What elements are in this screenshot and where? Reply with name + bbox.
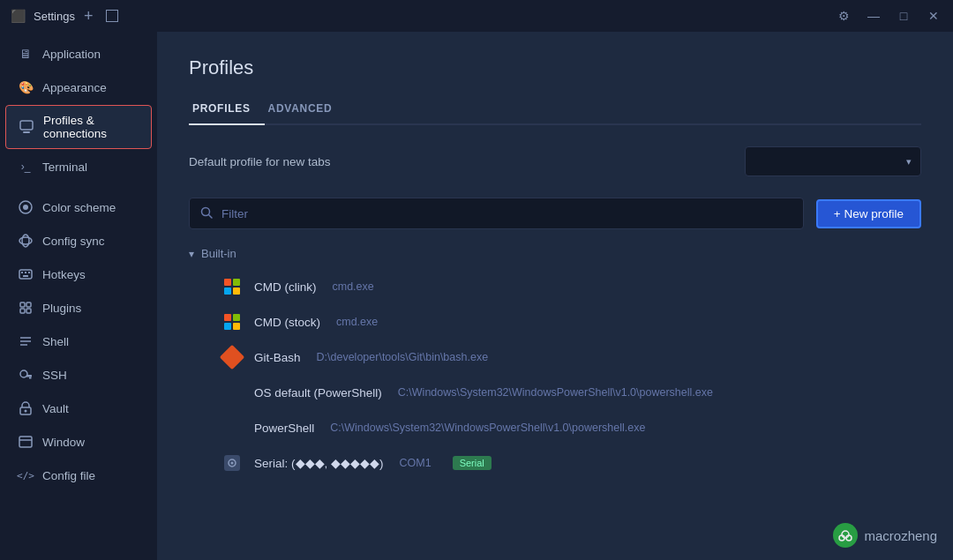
profile-name: CMD (stock) xyxy=(254,316,320,329)
sidebar-item-ssh-label: SSH xyxy=(42,369,67,382)
search-icon xyxy=(200,206,213,221)
profile-path: C:\Windows\System32\WindowsPowerShell\v1… xyxy=(398,386,713,399)
sidebar-item-hotkeys-label: Hotkeys xyxy=(42,268,86,281)
windows-icon xyxy=(222,312,242,332)
search-input[interactable] xyxy=(221,207,792,220)
sidebar-item-terminal[interactable]: ›_ Terminal xyxy=(5,151,152,183)
settings-button[interactable]: ⚙ xyxy=(835,7,852,25)
page-title: Profiles xyxy=(189,56,921,79)
new-tab-button[interactable]: + xyxy=(84,8,94,24)
sidebar-item-color-scheme-label: Color scheme xyxy=(42,201,116,214)
sidebar-item-config-sync[interactable]: Config sync xyxy=(5,225,152,257)
main-layout: 🖥 Application 🎨 Appearance Profiles & co… xyxy=(0,32,953,560)
sidebar-item-plugins[interactable]: Plugins xyxy=(5,292,152,324)
svg-rect-19 xyxy=(26,375,32,377)
tab-profiles[interactable]: PROFILES xyxy=(189,95,265,125)
default-profile-label: Default profile for new tabs xyxy=(189,155,331,168)
serial-icon xyxy=(222,453,242,473)
profile-path: COM1 xyxy=(400,457,431,469)
titlebar-controls: ⚙ — □ ✕ xyxy=(835,7,942,25)
sidebar-item-hotkeys[interactable]: Hotkeys xyxy=(5,258,152,290)
sidebar: 🖥 Application 🎨 Appearance Profiles & co… xyxy=(0,32,157,560)
svg-point-28 xyxy=(231,462,234,465)
powershell-icon xyxy=(222,418,242,437)
list-item[interactable]: CMD (stock) cmd.exe xyxy=(214,304,921,340)
list-item[interactable]: PowerShell C:\Windows\System32\WindowsPo… xyxy=(214,410,921,445)
sidebar-item-vault-label: Vault xyxy=(42,402,69,415)
vault-icon xyxy=(18,400,34,416)
windows-icon xyxy=(222,277,242,296)
sidebar-item-color-scheme[interactable]: Color scheme xyxy=(5,191,152,223)
minimize-button[interactable]: — xyxy=(865,7,882,25)
builtin-chevron-icon: ▾ xyxy=(189,248,194,260)
config-file-icon: </> xyxy=(18,467,34,483)
search-box xyxy=(189,198,804,229)
list-item[interactable]: Serial: (◆◆◆, ◆◆◆◆◆) COM1 Serial xyxy=(214,445,921,481)
application-icon: 🖥 xyxy=(18,46,34,62)
content-area: Profiles PROFILES ADVANCED Default profi… xyxy=(157,32,953,560)
sidebar-item-appearance-label: Appearance xyxy=(42,81,107,94)
restore-icon xyxy=(106,10,118,22)
close-button[interactable]: ✕ xyxy=(925,7,942,25)
tab-advanced[interactable]: ADVANCED xyxy=(265,95,347,125)
list-item[interactable]: CMD (clink) cmd.exe xyxy=(214,269,921,304)
svg-rect-7 xyxy=(21,272,23,273)
svg-point-4 xyxy=(19,237,32,244)
titlebar-title: Settings xyxy=(34,10,75,23)
sidebar-item-config-file[interactable]: </> Config file xyxy=(5,459,152,491)
ssh-icon xyxy=(18,367,34,383)
sidebar-item-profiles-label: Profiles & connections xyxy=(43,114,139,140)
tabs-row: PROFILES ADVANCED xyxy=(189,95,921,125)
new-profile-button[interactable]: + New profile xyxy=(816,199,921,228)
sidebar-item-appearance[interactable]: 🎨 Appearance xyxy=(5,71,152,103)
sidebar-item-application-label: Application xyxy=(42,48,101,61)
svg-rect-9 xyxy=(28,272,30,273)
svg-point-18 xyxy=(20,370,27,377)
sidebar-item-shell[interactable]: Shell xyxy=(5,325,152,357)
hotkeys-icon xyxy=(18,266,34,282)
profile-path: cmd.exe xyxy=(336,316,378,328)
titlebar-left: ⬛ Settings + xyxy=(11,8,118,24)
config-sync-icon xyxy=(18,233,34,249)
gitbash-icon xyxy=(222,347,242,367)
svg-point-5 xyxy=(22,235,29,247)
titlebar: ⬛ Settings + ⚙ — □ ✕ xyxy=(0,0,953,32)
serial-badge: Serial xyxy=(453,456,492,470)
list-item[interactable]: Git-Bash D:\developer\tools\Git\bin\bash… xyxy=(214,340,921,375)
sidebar-item-config-file-label: Config file xyxy=(42,469,95,482)
svg-rect-10 xyxy=(23,275,28,277)
sidebar-item-shell-label: Shell xyxy=(42,335,69,348)
svg-rect-12 xyxy=(26,302,31,307)
sidebar-item-ssh[interactable]: SSH xyxy=(5,359,152,391)
builtin-header: ▾ Built-in xyxy=(189,247,921,260)
svg-point-3 xyxy=(23,205,28,210)
sidebar-item-vault[interactable]: Vault xyxy=(5,392,152,424)
default-profile-select[interactable]: ▾ xyxy=(745,146,921,176)
sidebar-item-window[interactable]: Window xyxy=(5,426,152,458)
sidebar-item-profiles[interactable]: Profiles & connections xyxy=(5,105,152,149)
svg-rect-11 xyxy=(20,302,25,307)
terminal-nav-icon: ›_ xyxy=(18,159,34,175)
svg-line-26 xyxy=(209,214,213,218)
terminal-icon: ⬛ xyxy=(11,9,25,23)
builtin-label: Built-in xyxy=(201,247,236,260)
search-row: + New profile xyxy=(189,198,921,229)
select-arrow-icon: ▾ xyxy=(906,156,912,168)
profile-name: Serial: (◆◆◆, ◆◆◆◆◆) xyxy=(254,456,384,470)
profile-path: C:\Windows\System32\WindowsPowerShell\v1… xyxy=(330,422,645,434)
list-item[interactable]: OS default (PowerShell) C:\Windows\Syste… xyxy=(214,375,921,410)
svg-point-22 xyxy=(25,410,27,413)
color-scheme-icon xyxy=(18,199,34,215)
sidebar-item-application[interactable]: 🖥 Application xyxy=(5,38,152,70)
default-profile-row: Default profile for new tabs ▾ xyxy=(189,146,921,176)
maximize-button[interactable]: □ xyxy=(895,7,912,25)
svg-rect-8 xyxy=(25,272,26,273)
plugins-icon xyxy=(18,300,34,316)
svg-rect-6 xyxy=(19,270,32,279)
sidebar-item-terminal-label: Terminal xyxy=(42,161,87,174)
svg-rect-20 xyxy=(29,377,32,379)
profile-name: CMD (clink) xyxy=(254,280,317,294)
watermark-logo xyxy=(833,523,858,548)
profile-name: Git-Bash xyxy=(254,351,301,364)
sidebar-item-config-sync-label: Config sync xyxy=(42,235,105,248)
